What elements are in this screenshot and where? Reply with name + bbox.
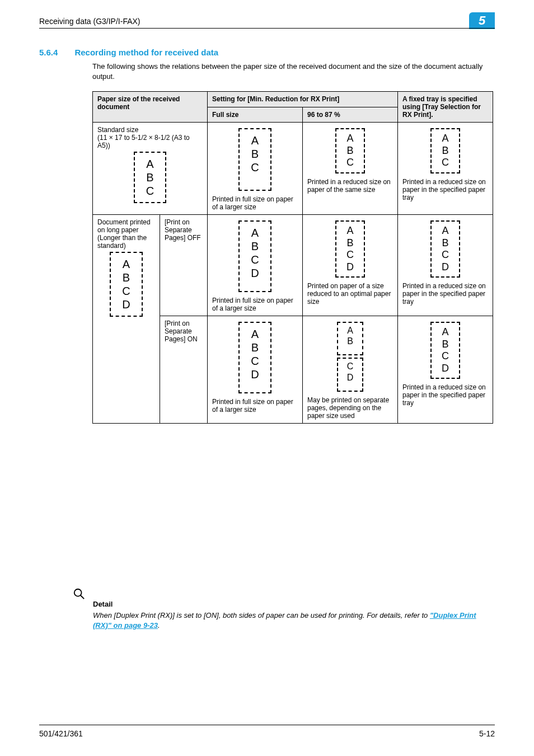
footer-rule	[39, 725, 495, 725]
paper-sample: A B C D	[430, 322, 460, 379]
cell-longpaper-label: Document printed on long paper (Longer t…	[93, 215, 160, 424]
cell-fullsize-long-off: A B C D Printed in full size on paper of…	[208, 215, 303, 316]
header-rule	[39, 28, 495, 29]
sample-original-long: A B C D	[97, 252, 155, 317]
caption: Printed in a reduced size on paper in th…	[402, 383, 488, 407]
detail-text-before: When [Duplex Print (RX)] is set to [ON],…	[93, 611, 430, 619]
paper-sample: A B C D	[335, 220, 365, 278]
section-number: 5.6.4	[39, 48, 58, 57]
paper-sample: A B C D	[430, 220, 460, 278]
caption: Printed on paper of a size reduced to an…	[307, 282, 393, 306]
section-title: Recording method for received data	[74, 48, 218, 57]
paper-sample: A B C	[238, 128, 271, 191]
cell-tray-long-on: A B C D Printed in a reduced size on pap…	[398, 316, 493, 424]
paper-sample: A B C	[335, 128, 365, 173]
cell-tray-long-off: A B C D Printed in a reduced size on pap…	[398, 215, 493, 316]
th-full-size: Full size	[208, 107, 303, 123]
svg-point-0	[74, 589, 82, 597]
detail-text: When [Duplex Print (RX)] is set to [ON],…	[93, 611, 495, 630]
header-breadcrumb: Receiving data (G3/IP/I-FAX)	[39, 17, 140, 26]
detail-text-after: .	[158, 621, 160, 630]
paper-sample: A B C	[430, 128, 460, 173]
paper-sample-top: A B	[337, 322, 363, 355]
paper-sample: A B C	[134, 152, 166, 203]
table-row: Paper size of the received document Sett…	[93, 92, 493, 107]
caption: Printed in a reduced size on paper in th…	[402, 282, 488, 306]
th-96-87: 96 to 87 %	[303, 107, 398, 123]
caption: Printed in full size on paper of a large…	[212, 195, 298, 211]
th-setting: Setting for [Min. Reduction for RX Print…	[208, 92, 398, 107]
sample-original-standard: A B C	[97, 152, 203, 203]
section-heading: 5.6.4 Recording method for received data	[39, 48, 218, 57]
cell-separate-off: [Print on Separate Pages] OFF	[160, 215, 208, 316]
paper-sample-bottom: C D	[337, 358, 364, 391]
reduction-table: Paper size of the received document Sett…	[92, 91, 493, 424]
cell-separate-on: [Print on Separate Pages] ON	[160, 316, 208, 424]
table-row: Document printed on long paper (Longer t…	[93, 215, 493, 316]
detail-label: Detail	[93, 600, 495, 608]
paper-sample: A B C D	[110, 252, 142, 317]
cell-fullsize-standard: A B C Printed in full size on paper of a…	[208, 123, 303, 215]
caption: Printed in a reduced size on paper in th…	[402, 178, 488, 201]
th-paper-size: Paper size of the received document	[93, 92, 208, 123]
intro-paragraph: The following shows the relations betwee…	[92, 62, 495, 81]
label-standard-title: Standard size	[97, 126, 138, 134]
cell-pct-long-on: A B C D May be printed on separate pages…	[303, 316, 398, 424]
caption: May be printed on separate pages, depend…	[307, 396, 393, 420]
svg-line-1	[81, 595, 84, 599]
page: Receiving data (G3/IP/I-FAX) 5 5.6.4 Rec…	[0, 0, 534, 756]
cell-tray-standard: A B C Printed in a reduced size on paper…	[398, 123, 493, 215]
chapter-badge: 5	[469, 12, 495, 29]
paper-sample: A B C D	[238, 322, 271, 393]
paper-sample: A B C D	[238, 220, 271, 292]
caption: Printed in full size on paper of a large…	[212, 297, 298, 312]
label-long-line2: (Longer than the standard)	[97, 234, 147, 250]
caption: Printed in a reduced size on paper of th…	[307, 178, 393, 194]
cell-pct-long-off: A B C D Printed on paper of a size reduc…	[303, 215, 398, 316]
th-fixed-tray: A fixed tray is specified using [Tray Se…	[398, 92, 493, 123]
label-long-line1: Document printed on long paper	[97, 218, 151, 234]
cell-fullsize-long-on: A B C D Printed in full size on paper of…	[208, 316, 303, 424]
detail-note: Detail When [Duplex Print (RX)] is set t…	[73, 588, 495, 630]
table-row: Standard size (11 × 17 to 5-1/2 × 8-1/2 …	[93, 123, 493, 215]
cell-pct-standard: A B C Printed in a reduced size on paper…	[303, 123, 398, 215]
label-standard-sub: (11 × 17 to 5-1/2 × 8-1/2 (A3 to A5))	[97, 134, 190, 149]
caption: Printed in full size on paper of a large…	[212, 398, 298, 414]
magnifier-icon	[73, 588, 85, 600]
cell-standard-size: Standard size (11 × 17 to 5-1/2 × 8-1/2 …	[93, 123, 208, 215]
footer-page-number: 5-12	[479, 729, 495, 738]
footer-model: 501/421/361	[39, 729, 83, 738]
